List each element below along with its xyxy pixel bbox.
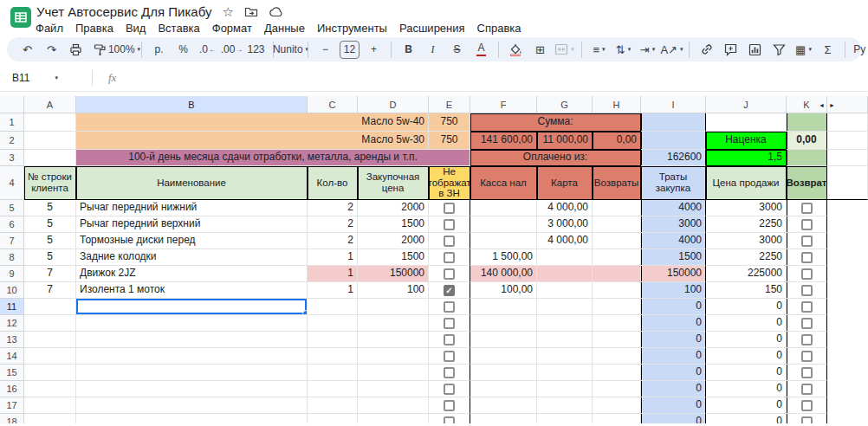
- name-box[interactable]: B11 ▾: [0, 72, 87, 84]
- cell-F14[interactable]: [470, 348, 537, 365]
- cell-C14[interactable]: [308, 348, 358, 365]
- star-icon[interactable]: ☆: [222, 5, 233, 18]
- redo-button[interactable]: ↷: [40, 39, 63, 60]
- cell-J18[interactable]: 0: [706, 414, 787, 423]
- column-header-D[interactable]: D: [358, 96, 429, 113]
- cell-E7[interactable]: [429, 233, 470, 249]
- cell-E12[interactable]: [429, 315, 470, 332]
- row-header-18[interactable]: 18: [0, 414, 24, 423]
- cell-J14[interactable]: 0: [706, 348, 787, 365]
- cell-G10[interactable]: [537, 282, 593, 299]
- cell-H14[interactable]: [593, 348, 641, 365]
- cell-J10[interactable]: 150: [706, 282, 787, 299]
- cell-E2[interactable]: 750: [429, 132, 470, 150]
- cell-X2[interactable]: [827, 132, 868, 150]
- zoom-select[interactable]: 100%▾: [113, 39, 136, 60]
- cell-C10[interactable]: 1: [308, 282, 358, 299]
- cell-J12[interactable]: 0: [706, 315, 787, 332]
- cell-I14[interactable]: 0: [641, 348, 706, 365]
- cell-E11[interactable]: [429, 299, 470, 315]
- cell-X15[interactable]: [827, 365, 868, 381]
- checkbox-K18[interactable]: [801, 416, 813, 424]
- cell-D18[interactable]: [358, 414, 429, 423]
- cell-H10[interactable]: [593, 282, 641, 299]
- checkbox-E16[interactable]: [444, 384, 455, 395]
- checkbox-E9[interactable]: [444, 268, 455, 280]
- cell-A10[interactable]: 7: [24, 282, 76, 299]
- functions-button[interactable]: Σ: [816, 39, 839, 60]
- checkbox-K14[interactable]: [801, 351, 813, 362]
- cell-C5[interactable]: 2: [308, 200, 358, 216]
- cell-A17[interactable]: [24, 397, 76, 414]
- checkbox-K6[interactable]: [801, 219, 813, 230]
- cell-F7[interactable]: [470, 233, 537, 249]
- cell-G9[interactable]: [537, 266, 593, 282]
- cloud-status-icon[interactable]: [269, 6, 284, 18]
- cell-A9[interactable]: 7: [24, 266, 76, 282]
- cell-D11[interactable]: [358, 299, 429, 315]
- cell-C4[interactable]: Кол-во: [308, 166, 358, 200]
- format-percent-button[interactable]: %: [172, 39, 195, 60]
- column-header-E[interactable]: E: [429, 96, 470, 113]
- input-tools-button[interactable]: Ру▾: [851, 39, 868, 60]
- cell-C15[interactable]: [308, 365, 358, 381]
- row-header-11[interactable]: 11: [0, 299, 24, 315]
- menu-item-7[interactable]: Инструменты: [311, 21, 393, 36]
- cell-F1[interactable]: Сумма:: [470, 113, 641, 132]
- cell-F2[interactable]: 141 600,00: [470, 132, 537, 150]
- font-size-increase-button[interactable]: +: [362, 39, 385, 60]
- cell-I17[interactable]: 0: [641, 397, 706, 414]
- cell-D6[interactable]: 1500: [358, 216, 429, 233]
- cell-D12[interactable]: [358, 315, 429, 332]
- checkbox-E10[interactable]: ✓: [444, 285, 455, 296]
- cell-X8[interactable]: [827, 249, 868, 266]
- cell-K13[interactable]: [787, 332, 827, 348]
- cell-I18[interactable]: 0: [641, 414, 706, 423]
- cell-G5[interactable]: 4 000,00: [537, 200, 593, 216]
- cell-I16[interactable]: 0: [641, 381, 706, 397]
- cell-J13[interactable]: 0: [706, 332, 787, 348]
- checkbox-E13[interactable]: [444, 334, 455, 345]
- cell-A6[interactable]: 5: [24, 216, 76, 233]
- cell-H15[interactable]: [593, 365, 641, 381]
- cell-X11[interactable]: [827, 299, 868, 315]
- cell-J16[interactable]: 0: [706, 381, 787, 397]
- cell-D5[interactable]: 2000: [358, 200, 429, 216]
- cell-B7[interactable]: Тормозные диски перед: [76, 233, 308, 249]
- unhide-columns-right-icon[interactable]: ►: [829, 101, 835, 107]
- checkbox-E18[interactable]: [444, 416, 455, 424]
- cell-X9[interactable]: [827, 266, 868, 282]
- cell-A16[interactable]: [24, 381, 76, 397]
- cell-E6[interactable]: [429, 216, 470, 233]
- cell-B8[interactable]: Задние колодки: [76, 249, 308, 266]
- cell-K5[interactable]: [787, 200, 827, 216]
- cell-C9[interactable]: 1: [308, 266, 358, 282]
- cell-D14[interactable]: [358, 348, 429, 365]
- column-header-B[interactable]: B: [76, 96, 308, 113]
- format-currency-button[interactable]: р.: [147, 39, 171, 60]
- checkbox-K7[interactable]: [801, 236, 813, 247]
- column-header-C[interactable]: C: [308, 96, 358, 113]
- row-header-5[interactable]: 5: [0, 200, 24, 216]
- checkbox-E17[interactable]: [444, 400, 455, 411]
- cell-B12[interactable]: [76, 315, 308, 332]
- cell-C18[interactable]: [308, 414, 358, 423]
- checkbox-E15[interactable]: [444, 367, 455, 378]
- row-header-3[interactable]: 3: [0, 150, 24, 166]
- cell-X16[interactable]: [827, 381, 868, 397]
- cell-I13[interactable]: 0: [641, 332, 706, 348]
- print-button[interactable]: [64, 39, 87, 60]
- cell-I4[interactable]: Траты закупка: [641, 166, 706, 200]
- cell-B17[interactable]: [76, 397, 308, 414]
- undo-button[interactable]: ↶: [16, 39, 39, 60]
- cell-K18[interactable]: [787, 414, 827, 423]
- cell-A14[interactable]: [24, 348, 76, 365]
- cell-X10[interactable]: [827, 282, 868, 299]
- checkbox-E5[interactable]: [444, 203, 455, 214]
- checkbox-E6[interactable]: [444, 219, 455, 230]
- cell-E13[interactable]: [429, 332, 470, 348]
- cell-I1[interactable]: [641, 113, 706, 132]
- text-rotation-button[interactable]: A↗▾: [660, 39, 683, 60]
- cell-A18[interactable]: [24, 414, 76, 423]
- cell-D13[interactable]: [358, 332, 429, 348]
